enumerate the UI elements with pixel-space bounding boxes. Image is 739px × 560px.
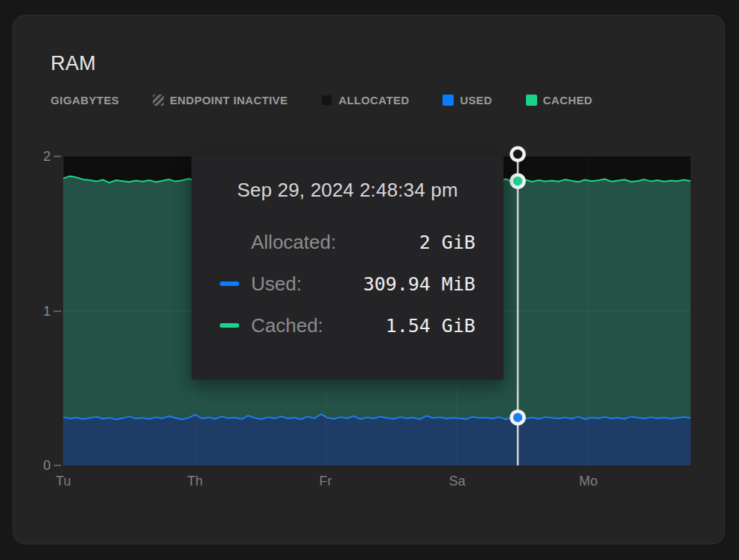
tooltip-row-label: Cached: — [251, 314, 323, 337]
square-swatch-icon — [321, 95, 332, 106]
legend-unit: GIGABYTES — [51, 94, 119, 106]
tooltip-row-value: 309.94 MiB — [363, 273, 475, 295]
tooltip-rows: Allocated: 2 GiB Used: 309.94 MiB Cached… — [220, 231, 475, 337]
page-title: RAM — [51, 52, 96, 75]
used-dash-icon — [220, 281, 239, 286]
x-tick-label: Tu — [48, 474, 78, 489]
crosshair-marker-allocated — [512, 148, 524, 161]
square-swatch-icon — [526, 95, 537, 106]
y-tick-mark — [54, 156, 61, 157]
legend-item-label: CACHED — [543, 94, 593, 106]
y-axis: 012 — [30, 156, 63, 465]
y-tick-label: 1 — [43, 304, 51, 319]
x-tick-label: Fr — [311, 474, 340, 489]
tooltip-timestamp: Sep 29, 2024 2:48:34 pm — [220, 177, 475, 203]
legend-item-label: ENDPOINT INACTIVE — [170, 94, 288, 106]
y-tick-label: 2 — [43, 149, 51, 164]
legend-item-allocated[interactable]: ALLOCATED — [321, 94, 409, 106]
tooltip-row-label: Allocated: — [251, 231, 336, 254]
used-area — [63, 414, 691, 465]
x-tick-label: Sa — [443, 474, 472, 489]
tooltip-row-value: 1.54 GiB — [386, 315, 475, 337]
legend-item-cached[interactable]: CACHED — [526, 94, 593, 106]
legend-item-used[interactable]: USED — [443, 94, 492, 106]
tooltip-row-label: Used: — [251, 273, 302, 296]
x-tick-label: Mo — [574, 474, 603, 489]
tooltip-row-cached: Cached: 1.54 GiB — [220, 314, 475, 337]
crosshair-marker-cached — [512, 175, 524, 188]
legend-unit-label: GIGABYTES — [51, 94, 119, 106]
crosshair-marker-used — [512, 411, 524, 424]
hatch-swatch-icon — [153, 95, 164, 106]
x-tick-label: Th — [180, 474, 210, 489]
legend-item-endpoint-inactive[interactable]: ENDPOINT INACTIVE — [153, 94, 288, 106]
chart-tooltip: Sep 29, 2024 2:48:34 pm Allocated: 2 GiB… — [191, 155, 504, 380]
allocated-dash-placeholder — [220, 240, 239, 244]
tooltip-row-value: 2 GiB — [419, 232, 475, 253]
y-tick-mark — [54, 465, 61, 466]
tooltip-row-used: Used: 309.94 MiB — [220, 273, 475, 295]
legend-item-label: ALLOCATED — [338, 94, 409, 106]
x-axis: TuThFrSaMo — [63, 474, 691, 491]
cached-dash-icon — [220, 323, 239, 328]
y-tick-mark — [54, 311, 61, 312]
square-swatch-icon — [443, 95, 454, 106]
chart-legend: GIGABYTES ENDPOINT INACTIVE ALLOCATED US… — [51, 92, 592, 108]
y-tick-label: 0 — [43, 458, 51, 473]
tooltip-row-allocated: Allocated: 2 GiB — [220, 231, 475, 253]
legend-item-label: USED — [460, 94, 492, 106]
